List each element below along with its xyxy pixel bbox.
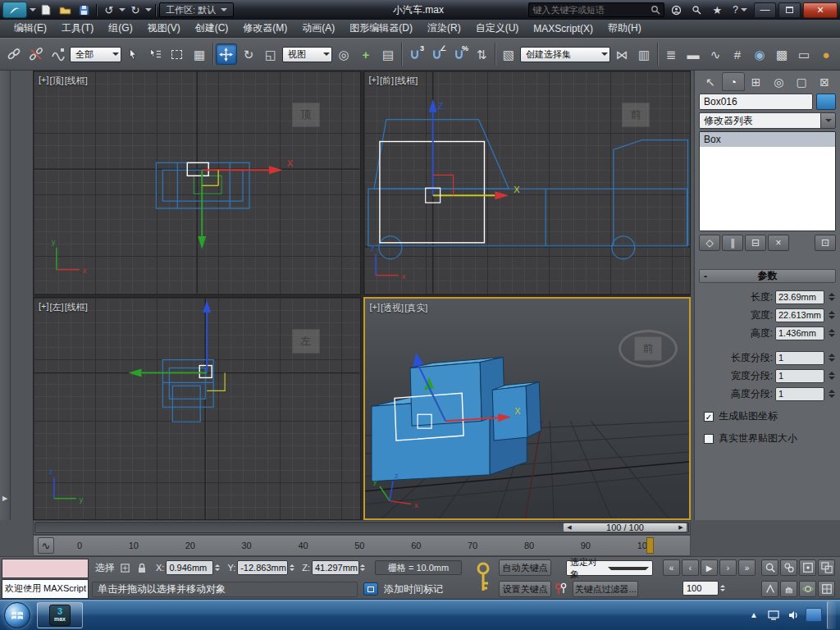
app-menu-caret-icon[interactable] — [30, 8, 36, 11]
reference-coordinate-dropdown[interactable]: 视图 — [282, 47, 332, 62]
orbit-button[interactable] — [799, 581, 816, 597]
track-bar[interactable]: ∿ 0 10 20 30 40 50 60 70 80 90 100 — [33, 535, 691, 556]
modifier-stack[interactable]: Box — [699, 131, 836, 231]
length-segs-field[interactable]: 1 — [775, 351, 824, 365]
select-and-link-button[interactable] — [3, 43, 25, 65]
mirror-button[interactable]: ⋈ — [611, 43, 632, 65]
previous-frame-button[interactable]: ‹ — [682, 559, 699, 576]
percent-snap-toggle-button[interactable]: % — [449, 43, 470, 65]
schematic-view-button[interactable]: # — [727, 43, 748, 65]
strip-expand-icon[interactable]: ▶ — [2, 495, 7, 502]
use-pivot-point-center-button[interactable]: ◎ — [333, 43, 354, 65]
viewport-menu-plus[interactable]: [+] — [39, 75, 49, 87]
graphite-ribbon-button[interactable]: ▬ — [682, 43, 704, 65]
menu-item[interactable]: 视图(V) — [140, 19, 188, 38]
menu-item[interactable]: 创建(C) — [188, 19, 236, 38]
tab-motion[interactable]: ◎ — [767, 72, 790, 91]
make-unique-button[interactable]: ⊟ — [745, 235, 766, 251]
object-color-swatch[interactable] — [816, 94, 836, 110]
set-key-button[interactable]: 设置关键点 — [499, 581, 551, 597]
new-scene-button[interactable] — [37, 2, 55, 18]
time-slider-track[interactable]: ◀ 100 / 100 ▶ — [34, 522, 689, 533]
select-by-name-button[interactable] — [144, 43, 166, 65]
collapse-icon[interactable]: - — [704, 271, 707, 282]
favorites-star-icon[interactable]: ★ — [708, 2, 726, 18]
viewport-menu-view[interactable]: [前] — [380, 75, 394, 87]
current-frame-field[interactable]: 100 — [682, 581, 719, 596]
set-keys-button[interactable] — [474, 561, 492, 598]
infocenter-search[interactable] — [528, 2, 664, 17]
width-field[interactable]: 22.613mm — [775, 308, 824, 322]
width-segs-spinner[interactable] — [827, 369, 836, 383]
menu-item[interactable]: 帮助(H) — [600, 19, 649, 38]
zoom-all-button[interactable] — [780, 559, 797, 576]
next-frame-arrow-icon[interactable]: ▶ — [675, 524, 687, 531]
viewport-menu-view[interactable]: [左] — [50, 301, 64, 313]
named-selection-set-dropdown[interactable]: 创建选择集 — [520, 47, 610, 62]
width-segs-field[interactable]: 1 — [775, 369, 824, 383]
menu-item[interactable]: 组(G) — [101, 19, 139, 38]
key-filters-button[interactable]: 关键点过滤器... — [573, 581, 638, 597]
z-coordinate-field[interactable]: 41.297mm — [312, 560, 359, 575]
object-name-field[interactable]: Box016 — [699, 94, 813, 110]
modifier-stack-item[interactable]: Box — [700, 132, 835, 147]
next-frame-button[interactable]: › — [719, 559, 737, 576]
y-spinner[interactable] — [288, 560, 295, 575]
viewport-perspective[interactable]: X x y z [+] [透视] [真实] 前 — [363, 297, 692, 521]
generate-mapping-coords-checkbox[interactable]: ✓ — [704, 412, 714, 422]
minimize-button[interactable]: — — [754, 2, 776, 18]
network-tray-icon[interactable] — [766, 608, 781, 623]
viewport-menu-plus[interactable]: [+] — [39, 301, 49, 313]
absolute-mode-toggle-button[interactable] — [117, 560, 132, 575]
maximize-button[interactable] — [778, 2, 801, 18]
menu-item[interactable]: 工具(T) — [54, 19, 101, 38]
viewcube[interactable]: 顶 — [281, 96, 331, 134]
remove-modifier-button[interactable]: × — [768, 235, 789, 251]
x-coordinate-field[interactable]: 0.946mm — [166, 560, 213, 575]
tab-hierarchy[interactable]: ⊞ — [745, 72, 768, 91]
height-segs-spinner[interactable] — [827, 387, 836, 401]
pin-stack-button[interactable]: ◇ — [699, 235, 720, 251]
undo-caret-icon[interactable] — [119, 8, 126, 11]
field-of-view-button[interactable] — [761, 581, 778, 597]
zoom-extents-button[interactable] — [799, 559, 816, 576]
menu-item[interactable]: MAXScript(X) — [526, 21, 600, 37]
viewport-front[interactable]: X Z x z [+] [前] [线框] 前 — [363, 71, 692, 294]
z-spinner[interactable] — [359, 560, 367, 575]
auto-key-button[interactable]: 自动关键点 — [499, 559, 551, 576]
angle-snap-toggle-button[interactable]: ∠ — [427, 43, 448, 65]
maxscript-mini-listener-macro[interactable] — [2, 559, 89, 578]
viewcube[interactable]: 前 — [611, 96, 660, 134]
window-crossing-toggle-button[interactable]: ▦ — [189, 43, 210, 65]
tab-utilities[interactable]: ⊠ — [813, 72, 836, 91]
time-slider[interactable]: ◀ 100 / 100 ▶ — [33, 520, 691, 535]
mini-curve-editor-button[interactable]: ∿ — [38, 537, 54, 554]
select-and-move-button[interactable] — [216, 43, 237, 65]
save-file-button[interactable] — [75, 2, 93, 18]
layer-manager-button[interactable]: ≣ — [660, 43, 682, 65]
viewcube[interactable]: 左 — [281, 322, 331, 360]
viewport-menu-shading[interactable]: [线框] — [65, 301, 88, 313]
length-spinner[interactable] — [827, 290, 836, 304]
modifier-list-dropdown[interactable]: 修改器列表 — [699, 112, 836, 129]
edit-named-selection-sets-button[interactable]: ▧ — [498, 43, 519, 65]
tab-display[interactable]: ▢ — [790, 72, 813, 91]
show-desktop-button[interactable] — [827, 601, 836, 629]
menu-item[interactable]: 动画(A) — [294, 19, 342, 38]
search-icon[interactable] — [651, 5, 660, 15]
select-and-manipulate-button[interactable]: + — [355, 43, 377, 65]
viewport-menu-plus[interactable]: [+] — [370, 302, 381, 314]
viewport-left[interactable]: y z [+] [左] [线框] 左 — [33, 297, 361, 521]
viewcube-face[interactable]: 前 — [634, 336, 662, 361]
communication-center-icon[interactable] — [687, 2, 705, 18]
pan-view-button[interactable] — [780, 581, 797, 597]
height-segs-field[interactable]: 1 — [775, 387, 824, 401]
render-production-button[interactable]: ● — [815, 43, 837, 65]
viewcube-face[interactable]: 左 — [292, 329, 320, 354]
length-field[interactable]: 23.69mm — [775, 290, 824, 304]
maxscript-mini-listener[interactable]: 欢迎使用 MAXScript — [2, 579, 89, 599]
viewcube-face[interactable]: 前 — [622, 103, 650, 127]
viewport-menu-view[interactable]: [顶] — [50, 75, 64, 87]
real-world-map-size-checkbox[interactable] — [704, 434, 714, 444]
zoom-extents-all-button[interactable] — [818, 559, 835, 576]
